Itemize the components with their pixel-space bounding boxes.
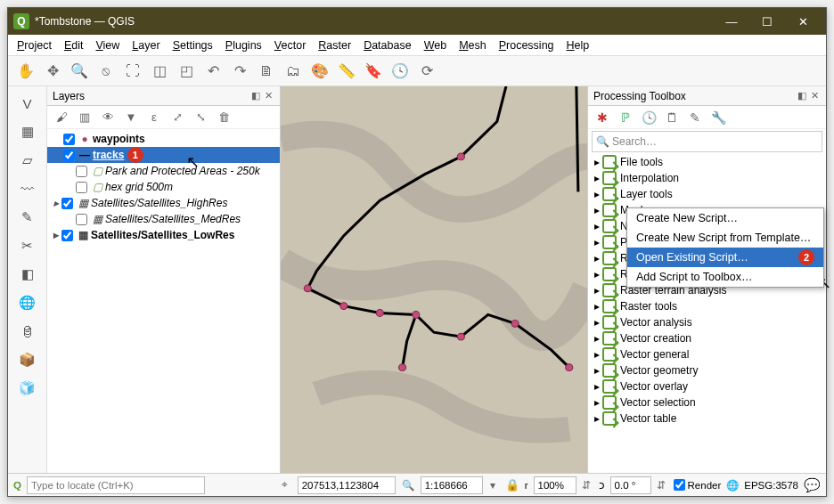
crs-icon[interactable]: 🌐 — [726, 479, 739, 492]
menu-database[interactable]: Database — [364, 39, 412, 52]
identify-icon[interactable]: V — [16, 92, 39, 115]
rot-field[interactable]: ⇵ — [610, 476, 668, 494]
layer-checkbox[interactable] — [76, 182, 87, 193]
scale-field[interactable]: ▾ — [421, 476, 500, 494]
collapse-icon[interactable]: ⤡ — [192, 109, 209, 126]
script-menu-item[interactable]: Create New Script… — [627, 208, 823, 228]
bookmark-tool[interactable]: 🔖 — [361, 59, 386, 84]
zoom-next-tool[interactable]: ↷ — [227, 59, 252, 84]
layer-checkbox[interactable] — [63, 150, 75, 161]
history-icon[interactable]: 🕓 — [640, 109, 658, 126]
maximize-button[interactable]: ☐ — [749, 9, 785, 34]
model-icon[interactable]: ✱ — [593, 109, 611, 126]
menu-web[interactable]: Web — [424, 39, 446, 52]
menu-mesh[interactable]: Mesh — [459, 39, 487, 52]
toolbox-group[interactable]: ▸Vector table — [588, 411, 826, 427]
polygon-icon[interactable]: ▱ — [16, 149, 39, 172]
toolbox-close-icon[interactable]: ✕ — [808, 90, 821, 102]
menu-plugins[interactable]: Plugins — [225, 39, 262, 52]
close-button[interactable]: ✕ — [785, 9, 821, 34]
messages-icon[interactable]: 💬 — [804, 477, 821, 493]
layers-close-icon[interactable]: ✕ — [262, 90, 274, 102]
package-icon[interactable]: 📦 — [16, 348, 39, 371]
layer-checkbox[interactable] — [61, 198, 73, 209]
menu-processing[interactable]: Processing — [499, 39, 554, 52]
options-icon[interactable]: 🔧 — [709, 109, 727, 126]
menu-view[interactable]: View — [95, 39, 119, 52]
toolbox-group[interactable]: ▸File tools — [588, 154, 826, 170]
curve-icon[interactable]: 〰 — [16, 177, 39, 200]
style-manager-tool[interactable]: 🎨 — [307, 59, 332, 84]
layer-row[interactable]: ▸▦Satellites/Satellites_HighRes — [47, 195, 280, 211]
pan-selection-tool[interactable]: ✥ — [40, 59, 65, 84]
layer-checkbox[interactable] — [63, 134, 75, 145]
zoom-selection-tool[interactable]: ◫ — [147, 59, 172, 84]
scale-input[interactable] — [421, 476, 483, 494]
script-menu-item[interactable]: Create New Script from Template… — [627, 228, 823, 248]
menu-project[interactable]: Project — [17, 39, 52, 52]
visibility-icon[interactable]: 👁 — [99, 109, 117, 126]
toolbox-group[interactable]: ▸Vector creation — [588, 330, 826, 346]
layer-icon[interactable]: ◧ — [16, 263, 39, 286]
coord-field[interactable] — [298, 476, 396, 494]
layer-row[interactable]: ▢hex grid 500m — [47, 179, 280, 195]
style-icon[interactable]: 🖌 — [53, 109, 70, 126]
python-icon[interactable]: ℙ — [617, 109, 634, 126]
menu-layer[interactable]: Layer — [132, 39, 159, 52]
toolbox-group[interactable]: ▸Vector geometry — [588, 362, 826, 378]
grid-icon[interactable]: ▦ — [16, 120, 39, 143]
mag-input[interactable] — [534, 476, 576, 494]
zoom-out-tool[interactable]: ⍉ — [94, 59, 119, 84]
render-checkbox[interactable]: Render — [674, 479, 722, 491]
layer-row[interactable]: ●waypoints — [47, 131, 280, 147]
menu-raster[interactable]: Raster — [318, 39, 351, 52]
locator-input[interactable] — [27, 476, 205, 494]
new-layout-tool[interactable]: 🗎 — [254, 59, 279, 84]
layer-checkbox[interactable] — [76, 214, 87, 225]
script-menu-item[interactable]: Open Existing Script…2 — [627, 248, 823, 267]
menu-vector[interactable]: Vector — [274, 39, 306, 52]
layer-row[interactable]: ▸▦Satellites/Satellites_LowRes — [47, 227, 280, 243]
toolbox-group[interactable]: ▸Raster tools — [588, 298, 826, 314]
expand-icon[interactable]: ⤢ — [168, 109, 186, 126]
toolbox-search[interactable]: 🔍 Search… — [592, 131, 822, 152]
layout-manager-tool[interactable]: 🗂 — [281, 59, 306, 84]
refresh-tool[interactable]: ⟳ — [414, 59, 439, 84]
layer-checkbox[interactable] — [76, 166, 87, 177]
toolbox-group[interactable]: ▸Vector analysis — [588, 314, 826, 330]
pen-icon[interactable]: ✎ — [16, 206, 39, 229]
toolbox-group[interactable]: ▸Layer tools — [588, 186, 826, 202]
toolbox-group[interactable]: ▸Vector overlay — [588, 378, 826, 394]
pan-tool[interactable]: ✋ — [13, 59, 38, 84]
layer-tree[interactable]: ●waypoints—tracks 1▢Park and Protected A… — [47, 129, 280, 473]
zoom-layer-tool[interactable]: ◰ — [174, 59, 199, 84]
remove-layer-icon[interactable]: 🗑 — [215, 109, 233, 126]
layer-row[interactable]: ▦Satellites/Satellites_MedRes — [47, 211, 280, 227]
toolbox-undock-icon[interactable]: ◧ — [796, 90, 808, 102]
filter-icon[interactable]: ▼ — [122, 109, 140, 126]
layer-row[interactable]: —tracks 1 — [47, 147, 280, 163]
zoom-full-tool[interactable]: ⛶ — [120, 59, 145, 84]
layer-row[interactable]: ▢Park and Protected Areas - 250k — [47, 163, 280, 179]
map-canvas[interactable] — [281, 86, 587, 473]
cube-icon[interactable]: 🧊 — [16, 377, 39, 400]
menu-edit[interactable]: Edit — [64, 39, 84, 52]
zoom-in-tool[interactable]: 🔍 — [67, 59, 92, 84]
zoom-last-tool[interactable]: ↶ — [200, 59, 225, 84]
toolbox-group[interactable]: ▸Interpolation — [588, 170, 826, 186]
expr-icon[interactable]: ε — [145, 109, 163, 126]
toolbox-group[interactable]: ▸Vector selection — [588, 394, 826, 411]
db-icon[interactable]: 🛢 — [16, 320, 39, 343]
add-group-icon[interactable]: ▥ — [76, 109, 94, 126]
time-tool[interactable]: 🕓 — [388, 59, 413, 84]
edit-icon[interactable]: ✎ — [686, 109, 704, 126]
script-menu-item[interactable]: Add Script to Toolbox… — [627, 267, 823, 287]
results-icon[interactable]: 🗒 — [663, 109, 681, 126]
layer-checkbox[interactable] — [61, 230, 73, 241]
toolbox-tree[interactable]: ▸File tools▸Interpolation▸Layer tools▸Me… — [588, 154, 826, 473]
menu-settings[interactable]: Settings — [173, 39, 213, 52]
mag-field[interactable]: ⇵ — [534, 476, 593, 494]
minimize-button[interactable]: — — [714, 9, 749, 34]
measure-tool[interactable]: 📏 — [334, 59, 359, 84]
layers-undock-icon[interactable]: ◧ — [249, 90, 262, 102]
